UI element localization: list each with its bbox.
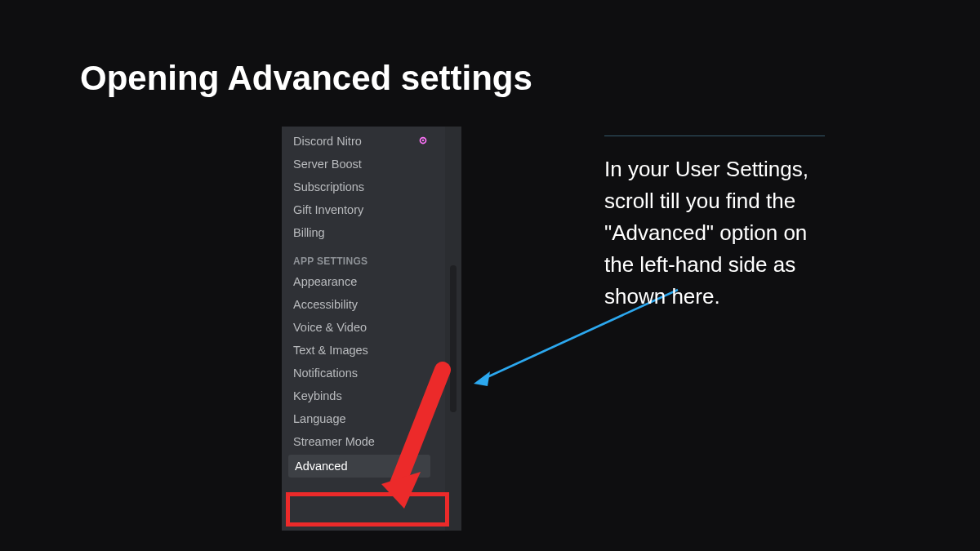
nitro-icon: [417, 135, 429, 146]
svg-point-1: [422, 140, 424, 141]
sidebar-item-keybinds[interactable]: Keybinds: [282, 384, 437, 407]
sidebar-item-advanced[interactable]: Advanced: [288, 455, 430, 478]
scrollbar-thumb[interactable]: [450, 265, 457, 412]
sidebar-item-voice-video[interactable]: Voice & Video: [282, 316, 437, 339]
sidebar-item-discord-nitro[interactable]: Discord Nitro: [282, 127, 437, 153]
sidebar-item-notifications[interactable]: Notifications: [282, 362, 437, 384]
sidebar-item-subscriptions[interactable]: Subscriptions: [282, 176, 437, 198]
settings-sidebar: Discord NitroServer BoostSubscriptionsGi…: [282, 127, 437, 531]
sidebar-item-billing[interactable]: Billing: [282, 221, 437, 244]
discord-settings-screenshot: Discord NitroServer BoostSubscriptionsGi…: [282, 127, 461, 531]
sidebar-item-server-boost[interactable]: Server Boost: [282, 153, 437, 176]
sidebar-item-streamer-mode[interactable]: Streamer Mode: [282, 430, 437, 453]
panel-divider: [604, 136, 825, 136]
svg-marker-6: [474, 371, 490, 386]
slide-title: Opening Advanced settings: [80, 59, 532, 98]
sidebar-item-accessibility[interactable]: Accessibility: [282, 293, 437, 316]
section-header-app-settings: APP SETTINGS: [282, 244, 437, 270]
sidebar-item-text-images[interactable]: Text & Images: [282, 339, 437, 362]
scrollbar-track[interactable]: [445, 127, 461, 531]
sidebar-item-appearance[interactable]: Appearance: [282, 270, 437, 293]
instruction-text: In your User Settings, scroll till you f…: [604, 153, 833, 313]
sidebar-item-gift-inventory[interactable]: Gift Inventory: [282, 198, 437, 221]
sidebar-item-language[interactable]: Language: [282, 407, 437, 430]
